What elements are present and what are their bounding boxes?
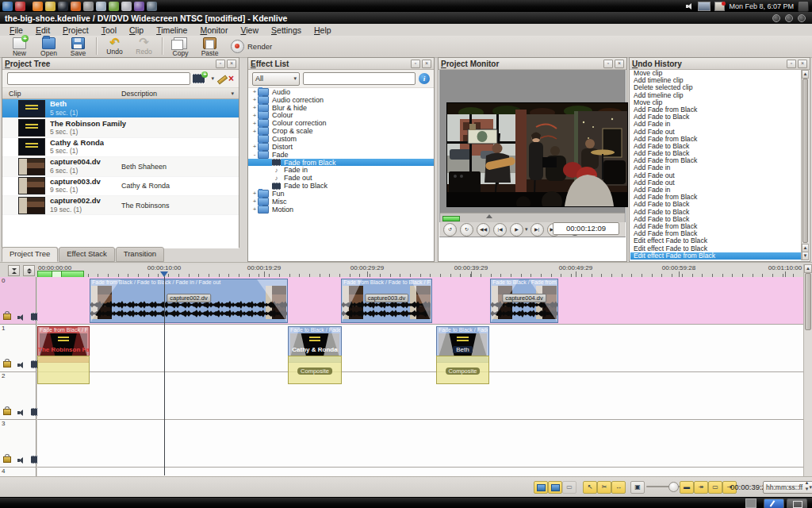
effect-blur-hide[interactable]: +Blur & hide xyxy=(248,104,434,112)
effect-search-input[interactable] xyxy=(303,72,416,85)
amarok-icon[interactable] xyxy=(71,2,81,11)
undo-button[interactable]: ↶Undo xyxy=(100,36,129,56)
timeline-scroll-arrows[interactable]: ▲▼ xyxy=(803,479,810,492)
menu-settings[interactable]: Settings xyxy=(265,25,308,36)
float-panel-icon[interactable]: ▫ xyxy=(411,60,420,68)
menu-view[interactable]: View xyxy=(234,25,265,36)
monitor-position-marker[interactable] xyxy=(486,214,492,218)
effect-info-icon[interactable]: i xyxy=(419,73,430,84)
close-button[interactable] xyxy=(798,14,806,22)
column-clip[interactable]: Clip xyxy=(2,90,21,98)
undo-item[interactable]: Edit effect Fade from Black xyxy=(630,252,802,260)
effect-fade-from-black[interactable]: Fade from Black xyxy=(248,159,434,167)
track-header-1[interactable]: 1 xyxy=(0,325,36,372)
firefox-icon[interactable] xyxy=(33,2,43,11)
media-player-icon[interactable] xyxy=(15,2,25,11)
track-2[interactable] xyxy=(37,372,803,420)
menu-file[interactable]: File xyxy=(3,25,29,36)
pen-tool-icon[interactable] xyxy=(45,2,56,11)
trash-icon[interactable] xyxy=(798,1,809,12)
save-button[interactable]: Save xyxy=(63,36,93,57)
transition-composite[interactable] xyxy=(37,356,90,384)
column-description[interactable]: Description xyxy=(121,90,157,98)
scroll-up-icon[interactable]: ▲ xyxy=(804,264,812,273)
title-editor-task[interactable] xyxy=(764,498,784,508)
close-panel-icon[interactable]: × xyxy=(798,60,807,68)
scrollbar-thumb[interactable] xyxy=(802,79,808,243)
expander-icon[interactable]: - xyxy=(251,151,258,158)
track-1[interactable] xyxy=(37,325,803,372)
expander-icon[interactable]: + xyxy=(251,88,258,95)
effect-audio[interactable]: +Audio xyxy=(248,88,434,96)
transition-composite[interactable]: Composite xyxy=(288,356,342,384)
track-header-0[interactable]: 0 xyxy=(0,277,36,325)
expander-icon[interactable]: + xyxy=(251,96,258,103)
loop-zone-button[interactable]: ↺ xyxy=(443,223,457,237)
screenshot-tool-icon[interactable] xyxy=(147,2,157,11)
expander-icon[interactable]: + xyxy=(251,143,258,150)
desktop-pager[interactable] xyxy=(745,498,756,508)
expander-icon[interactable]: + xyxy=(251,112,258,119)
mute-icon[interactable] xyxy=(17,456,25,464)
clip-row-the-robinson-family[interactable]: The Robinson Family5 sec. (1) xyxy=(2,118,239,137)
fit-zoom-button[interactable]: ▣ xyxy=(630,481,645,494)
scroll-up-icon[interactable]: ▲ xyxy=(802,70,809,79)
select-tool-button[interactable]: ↖ xyxy=(583,481,597,494)
window-titlebar[interactable]: the-big-shoe.kdenlive / DV/DVD Widescree… xyxy=(0,12,812,25)
menu-help[interactable]: Help xyxy=(308,25,338,36)
maximize-button[interactable] xyxy=(785,14,793,22)
new-button[interactable]: +New xyxy=(5,36,34,57)
timeline-clip-capture002-dv[interactable]: Fade from Black / Fade to Black / Fade i… xyxy=(90,279,288,323)
lock-icon[interactable] xyxy=(3,314,11,320)
rewind-button[interactable]: ◀◀ xyxy=(477,223,490,237)
delete-clip-icon[interactable]: × xyxy=(228,74,234,83)
track-header-3[interactable]: 3 xyxy=(0,420,36,468)
dvd-tool-icon[interactable] xyxy=(83,2,94,11)
timeline-scrollbar[interactable]: ▲ xyxy=(803,264,812,477)
float-panel-icon[interactable]: ▫ xyxy=(603,60,613,68)
monitor-seek-bar[interactable] xyxy=(440,213,625,222)
minimize-button[interactable] xyxy=(772,14,780,22)
close-panel-icon[interactable]: × xyxy=(422,60,431,68)
frame-forward-button[interactable]: ▶| xyxy=(530,223,544,237)
monitor-task[interactable] xyxy=(787,498,807,508)
mute-icon[interactable] xyxy=(17,314,25,321)
expander-icon[interactable]: + xyxy=(251,128,258,135)
clip-row-cathy-ronda[interactable]: Cathy & Ronda5 sec. (1) xyxy=(2,138,239,157)
capture-app-icon[interactable] xyxy=(109,2,119,11)
zoom-slider-handle[interactable] xyxy=(668,482,679,492)
expander-icon[interactable]: + xyxy=(251,198,258,205)
effect-fade-to-black[interactable]: Fade to Black xyxy=(248,182,434,190)
close-panel-icon[interactable]: × xyxy=(615,60,624,68)
timeline-clip-capture004-dv[interactable]: Fade to Black / Fade from Blackcapture00… xyxy=(490,279,558,323)
transition-composite[interactable]: Composite xyxy=(436,356,489,384)
clip-row-capture003-dv[interactable]: capture003.dv9 sec. (1)Cathy & Ronda xyxy=(2,177,239,196)
terminal-icon[interactable] xyxy=(58,2,68,11)
menu-tool[interactable]: Tool xyxy=(95,25,123,36)
timeline-ruler[interactable]: 00:00:00:0000:00:10:0000:00:19:2900:00:2… xyxy=(37,264,803,278)
window-list-icon[interactable] xyxy=(698,2,710,11)
expander-icon[interactable]: + xyxy=(251,190,258,197)
playhead-marker[interactable] xyxy=(160,271,168,277)
clip-row-beth[interactable]: Beth5 sec. (1) xyxy=(2,99,239,118)
mute-icon[interactable] xyxy=(17,361,25,368)
effect-fade-out[interactable]: ♪Fade out xyxy=(248,174,434,182)
lock-icon[interactable] xyxy=(3,361,11,368)
expander-icon[interactable]: + xyxy=(251,104,258,111)
timeline-clip-capture003-dv[interactable]: Fade from Black / Fade to Black / Fade i… xyxy=(341,279,432,323)
frame-back-button[interactable]: |◀ xyxy=(493,223,507,237)
spacer-tool-button[interactable]: ↔ xyxy=(611,481,626,494)
effect-custom[interactable]: Custom xyxy=(248,135,434,143)
track-3[interactable] xyxy=(37,420,803,468)
track-header-2[interactable]: 2 xyxy=(0,372,36,420)
cd-burner-icon[interactable] xyxy=(121,2,132,11)
tab-transition[interactable]: Transition xyxy=(116,247,164,262)
effect-misc[interactable]: +Misc xyxy=(248,198,434,206)
effect-filter-dropdown[interactable]: All▾ xyxy=(252,72,300,86)
show-video-thumbnails-button[interactable] xyxy=(534,481,548,494)
effect-colour-correction[interactable]: +Colour correction xyxy=(248,119,434,127)
video-thumbnails-toggle[interactable]: ▬ xyxy=(680,481,694,494)
effect-fade-in[interactable]: ♪Fade in xyxy=(248,166,434,174)
play-button[interactable]: ▶ xyxy=(510,223,523,237)
volume-icon[interactable] xyxy=(686,2,694,10)
